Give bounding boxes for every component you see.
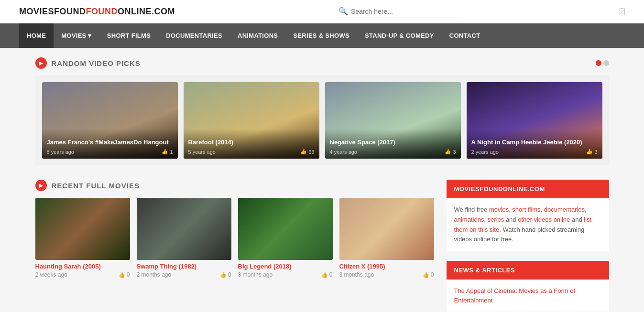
like-count-2: 3 — [453, 149, 456, 155]
video-likes-2: 👍 3 — [445, 149, 456, 155]
news-article-link[interactable]: The Appeal of Cinema: Movies as a Form o… — [454, 286, 601, 305]
video-age-2: 4 years ago — [330, 149, 357, 155]
like-count-1: 63 — [308, 149, 314, 155]
movie-title-0[interactable]: Haunting Sarah (2005) — [35, 263, 130, 270]
movie-date-2: 3 months ago — [238, 271, 273, 278]
movie-like-icon-0: 👍 — [119, 272, 125, 278]
video-title-2: Negative Space (2017) — [330, 139, 456, 147]
main-nav: HOME MOVIES ▾ SHORT FILMS DOCUMENTARIES … — [0, 23, 644, 48]
nav-series-shows[interactable]: SERIES & SHOWS — [285, 23, 357, 48]
like-icon-2: 👍 — [445, 149, 451, 155]
video-title-1: Barefoot (2014) — [188, 139, 315, 147]
movie-title-3[interactable]: Citizen X (1995) — [339, 263, 434, 270]
about-box-title: MOVIESFOUNDONLINE.COM — [454, 185, 601, 193]
nav-documentaries[interactable]: DOCUMENTARIES — [158, 23, 230, 48]
like-count-3: 3 — [594, 149, 597, 155]
movie-likes-3: 👍 0 — [423, 271, 434, 278]
search-bar[interactable]: 🔍 — [335, 5, 460, 18]
nav-animations[interactable]: ANIMATIONS — [230, 23, 285, 48]
video-age-0: 8 years ago — [47, 149, 74, 155]
video-card-3[interactable]: A Night in Camp Heebie Jeebie (2020) 2 y… — [467, 82, 602, 159]
movie-card-2[interactable]: Big Legend (2018) 3 months ago 👍 0 — [238, 198, 333, 278]
video-card-0[interactable]: James Franco's #MakeJamesDo Hangout 8 ye… — [42, 82, 178, 159]
video-overlay-3: A Night in Camp Heebie Jeebie (2020) 2 y… — [467, 129, 602, 159]
video-thumb-1: Barefoot (2014) 5 years ago 👍 63 — [184, 82, 319, 159]
movie-card-0[interactable]: Haunting Sarah (2005) 2 weeks ago 👍 0 — [35, 198, 130, 278]
movie-meta-3: 3 months ago 👍 0 — [339, 271, 434, 278]
video-card-1[interactable]: Barefoot (2014) 5 years ago 👍 63 — [184, 82, 319, 159]
video-likes-3: 👍 3 — [586, 149, 597, 155]
news-box-body: The Appeal of Cinema: Movies as a Form o… — [447, 280, 609, 312]
nav-standup-comedy[interactable]: STAND-UP & COMEDY — [357, 23, 442, 48]
video-title-3: A Night in Camp Heebie Jeebie (2020) — [471, 139, 598, 147]
movie-thumb-2 — [238, 198, 333, 260]
video-overlay-2: Negative Space (2017) 4 years ago 👍 3 — [325, 129, 461, 159]
about-box-header: MOVIESFOUNDONLINE.COM — [447, 180, 609, 198]
rss-icon[interactable]: ⍁ — [620, 7, 625, 17]
nav-home[interactable]: HOME — [19, 23, 54, 48]
movie-likes-0: 👍 0 — [119, 271, 130, 278]
about-text-1: We find free — [454, 206, 489, 213]
movie-like-count-1: 0 — [228, 271, 231, 278]
recent-section-icon: ▶ — [35, 180, 47, 191]
logo-part2-found: FOUND — [86, 7, 118, 16]
main-content: ▶ RANDOM VIDEO PICKS James Franco's #Mak… — [16, 48, 628, 312]
news-box-title: NEWS & ARTICLES — [454, 267, 601, 274]
main-col: ▶ RECENT FULL MOVIES Haunting Sarah (200… — [35, 180, 435, 312]
movie-meta-0: 2 weeks ago 👍 0 — [35, 271, 130, 278]
recent-section-header: ▶ RECENT FULL MOVIES — [35, 180, 435, 191]
movie-thumb-3 — [339, 198, 434, 260]
movie-card-1[interactable]: Swamp Thing (1982) 2 months ago 👍 0 — [137, 198, 231, 278]
video-meta-2: 4 years ago 👍 3 — [330, 149, 456, 155]
nav-short-films[interactable]: SHORT FILMS — [99, 23, 158, 48]
movie-like-count-0: 0 — [127, 271, 130, 278]
video-meta-0: 8 years ago 👍 1 — [47, 149, 173, 155]
movie-like-count-2: 0 — [329, 271, 333, 278]
video-age-1: 5 years ago — [188, 149, 216, 155]
about-box-body: We find free movies, short films, docume… — [447, 198, 609, 251]
movie-likes-1: 👍 0 — [220, 271, 231, 278]
video-thumb-2: Negative Space (2017) 4 years ago 👍 3 — [325, 82, 461, 159]
search-input[interactable] — [351, 8, 456, 15]
like-count-0: 1 — [170, 149, 173, 155]
movie-title-2[interactable]: Big Legend (2018) — [238, 263, 333, 270]
like-icon-3: 👍 — [586, 149, 593, 155]
logo-part3: ONLINE.COM — [118, 7, 175, 16]
sidebar: MOVIESFOUNDONLINE.COM We find free movie… — [447, 180, 609, 312]
video-overlay-1: Barefoot (2014) 5 years ago 👍 63 — [184, 129, 319, 159]
random-section-icon: ▶ — [35, 57, 47, 69]
video-meta-3: 2 years ago 👍 3 — [471, 149, 598, 155]
nav-contact[interactable]: CONTACT — [442, 23, 488, 48]
movie-like-count-3: 0 — [431, 271, 434, 278]
toggle-dot-active — [596, 60, 601, 66]
movie-date-1: 2 months ago — [137, 271, 172, 278]
random-video-cards: James Franco's #MakeJamesDo Hangout 8 ye… — [42, 82, 602, 159]
like-icon-0: 👍 — [162, 149, 168, 155]
movie-meta-1: 2 months ago 👍 0 — [137, 271, 231, 278]
about-text-2: and — [504, 216, 518, 223]
movie-cards: Haunting Sarah (2005) 2 weeks ago 👍 0 Sw… — [35, 198, 435, 278]
video-card-2[interactable]: Negative Space (2017) 4 years ago 👍 3 — [325, 82, 461, 159]
news-box: NEWS & ARTICLES The Appeal of Cinema: Mo… — [447, 261, 609, 312]
movie-card-3[interactable]: Citizen X (1995) 3 months ago 👍 0 — [339, 198, 434, 278]
movie-like-icon-2: 👍 — [321, 272, 328, 278]
video-age-3: 2 years ago — [471, 149, 499, 155]
movie-like-icon-3: 👍 — [423, 272, 429, 278]
random-section-header: ▶ RANDOM VIDEO PICKS — [35, 57, 609, 69]
about-link-2[interactable]: other videos online — [518, 216, 570, 223]
movie-date-0: 2 weeks ago — [35, 271, 67, 278]
about-text-3: and — [570, 216, 584, 223]
video-meta-1: 5 years ago 👍 63 — [188, 149, 315, 155]
movie-like-icon-1: 👍 — [220, 272, 227, 278]
video-overlay-0: James Franco's #MakeJamesDo Hangout 8 ye… — [42, 129, 178, 159]
video-thumb-0: James Franco's #MakeJamesDo Hangout 8 ye… — [42, 82, 178, 159]
search-icon: 🔍 — [338, 7, 348, 16]
header: MOVIESFOUNDFOUNDONLINE.COM 🔍 ⍁ — [0, 0, 644, 23]
like-icon-1: 👍 — [300, 149, 307, 155]
site-logo[interactable]: MOVIESFOUNDFOUNDONLINE.COM — [19, 7, 175, 17]
recent-title-wrap: ▶ RECENT FULL MOVIES — [35, 180, 140, 191]
movie-thumb-0 — [35, 198, 130, 260]
movie-title-1[interactable]: Swamp Thing (1982) — [137, 263, 231, 270]
carousel-toggle[interactable] — [596, 60, 609, 66]
nav-movies[interactable]: MOVIES ▾ — [54, 23, 99, 48]
